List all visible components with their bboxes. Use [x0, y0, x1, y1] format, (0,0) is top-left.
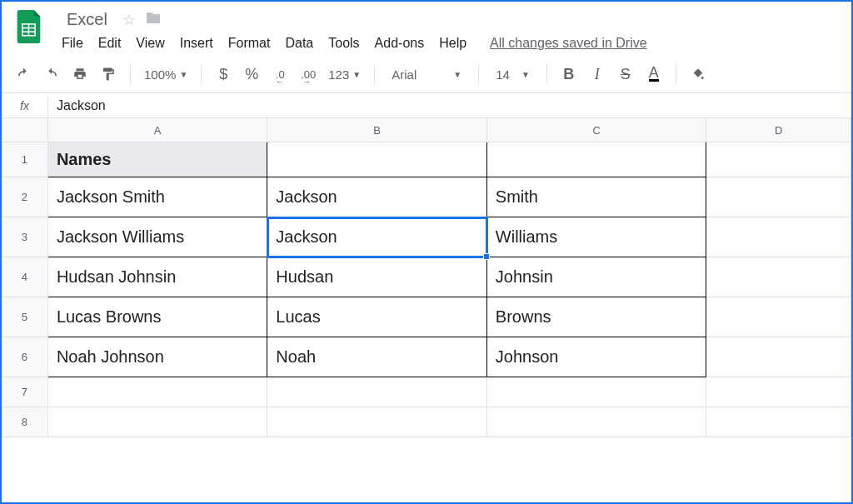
more-formats-dropdown[interactable]: 123 ▼	[325, 67, 364, 82]
menu-tools[interactable]: Tools	[328, 36, 359, 51]
column-header-B[interactable]: B	[267, 118, 486, 142]
menu-edit[interactable]: Edit	[98, 36, 122, 51]
toolbar: 100% ▼ $ % .0← .00→ 123 ▼ Arial ▼ 14 ▼ B…	[2, 56, 851, 93]
zoom-value: 100%	[144, 67, 176, 82]
caret-down-icon: ▼	[352, 70, 361, 79]
cell-B2[interactable]: Jackson	[267, 177, 486, 217]
percent-button[interactable]: %	[240, 62, 263, 86]
caret-down-icon: ▼	[453, 70, 461, 79]
folder-icon[interactable]	[146, 11, 161, 28]
cell-C3[interactable]: Williams	[487, 217, 706, 257]
cell-B1[interactable]	[267, 142, 486, 177]
column-header-A[interactable]: A	[48, 118, 267, 142]
menu-data[interactable]: Data	[285, 36, 313, 51]
cell-C7[interactable]	[487, 377, 706, 407]
cell-C6[interactable]: Johnson	[487, 337, 706, 377]
row-header-8[interactable]: 8	[2, 407, 48, 437]
fill-color-button[interactable]	[686, 62, 710, 86]
cell-A3[interactable]: Jackson Williams	[48, 217, 267, 257]
fill-handle[interactable]	[483, 253, 490, 260]
cell-D8[interactable]	[706, 407, 851, 437]
row-header-1[interactable]: 1	[2, 142, 48, 177]
row-header-2[interactable]: 2	[2, 177, 48, 217]
cell-A7[interactable]	[48, 377, 267, 407]
strikethrough-button[interactable]: S	[614, 62, 637, 86]
column-header-C[interactable]: C	[487, 118, 706, 142]
cell-D6[interactable]	[706, 337, 851, 377]
currency-button[interactable]: $	[212, 62, 235, 86]
print-button[interactable]	[68, 62, 92, 86]
cell-D7[interactable]	[706, 377, 851, 407]
cell-D1[interactable]	[706, 142, 851, 177]
cell-A1[interactable]: Names	[48, 142, 267, 177]
menu-help[interactable]: Help	[439, 36, 466, 51]
cell-B3[interactable]: Jackson	[267, 217, 486, 257]
paint-format-button[interactable]	[97, 62, 120, 86]
cell-B6[interactable]: Noah	[267, 337, 486, 377]
formula-bar: fx Jackson	[2, 93, 851, 118]
text-color-button[interactable]: A	[642, 62, 666, 86]
select-all-corner[interactable]	[2, 118, 48, 142]
sheets-logo[interactable]	[12, 8, 48, 45]
cell-A4[interactable]: Hudsan Johnsin	[48, 257, 267, 297]
increase-decimal-button[interactable]: .00→	[297, 62, 320, 86]
cell-C2[interactable]: Smith	[487, 177, 706, 217]
fx-label[interactable]: fx	[2, 96, 48, 116]
star-icon[interactable]: ☆	[122, 11, 136, 29]
cell-B8[interactable]	[267, 407, 486, 437]
cell-D5[interactable]	[706, 297, 851, 337]
menu-view[interactable]: View	[136, 36, 164, 51]
cell-C8[interactable]	[487, 407, 706, 437]
cell-C1[interactable]	[487, 142, 706, 177]
decrease-decimal-button[interactable]: .0←	[268, 62, 292, 86]
column-header-D[interactable]: D	[706, 118, 851, 142]
zoom-dropdown[interactable]: 100% ▼	[141, 67, 191, 82]
app-header: Excel ☆ File Edit View Insert Format Dat…	[2, 2, 851, 51]
bold-button[interactable]: B	[557, 62, 581, 86]
cell-A8[interactable]	[48, 407, 267, 437]
row-header-6[interactable]: 6	[2, 337, 48, 377]
cell-D2[interactable]	[706, 177, 851, 217]
row-header-5[interactable]: 5	[2, 297, 48, 337]
spreadsheet-grid: A B C D 1 Names 2 Jackson Smith Jackson …	[2, 118, 851, 437]
save-status[interactable]: All changes saved in Drive	[490, 36, 647, 51]
menu-format[interactable]: Format	[228, 36, 271, 51]
redo-button[interactable]	[40, 62, 63, 86]
cell-A5[interactable]: Lucas Browns	[48, 297, 267, 337]
font-size-dropdown[interactable]: 14 ▼	[489, 67, 536, 82]
formula-input[interactable]: Jackson	[48, 95, 851, 117]
sheets-icon	[13, 10, 47, 43]
menu-insert[interactable]: Insert	[180, 36, 213, 51]
cell-B4[interactable]: Hudsan	[267, 257, 486, 297]
cell-D4[interactable]	[706, 257, 851, 297]
cell-B7[interactable]	[267, 377, 486, 407]
cell-A6[interactable]: Noah Johnson	[48, 337, 267, 377]
menu-addons[interactable]: Add-ons	[375, 36, 425, 51]
caret-down-icon: ▼	[521, 70, 530, 79]
row-header-7[interactable]: 7	[2, 377, 48, 407]
italic-button[interactable]: I	[586, 62, 609, 86]
cell-C5[interactable]: Browns	[487, 297, 706, 337]
row-header-4[interactable]: 4	[2, 257, 48, 297]
document-title[interactable]: Excel	[62, 8, 112, 31]
cell-D3[interactable]	[706, 217, 851, 257]
undo-button[interactable]	[12, 62, 35, 86]
font-dropdown[interactable]: Arial ▼	[385, 67, 468, 82]
menu-file[interactable]: File	[62, 36, 83, 51]
cell-B5[interactable]: Lucas	[267, 297, 486, 337]
caret-down-icon: ▼	[179, 70, 187, 79]
cell-C4[interactable]: Johnsin	[487, 257, 706, 297]
menu-bar: File Edit View Insert Format Data Tools …	[62, 36, 841, 51]
row-header-3[interactable]: 3	[2, 217, 48, 257]
cell-A2[interactable]: Jackson Smith	[48, 177, 267, 217]
